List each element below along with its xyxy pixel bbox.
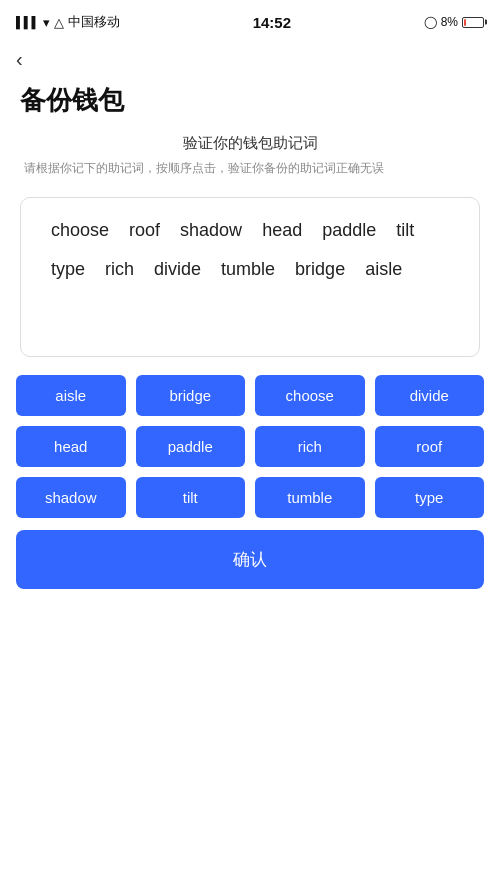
word-button-aisle[interactable]: aisle (16, 375, 126, 416)
displayed-word: shadow (170, 216, 252, 245)
battery-percent: 8% (441, 15, 458, 29)
displayed-word: paddle (312, 216, 386, 245)
status-left: ▌▌▌ ▾ △ 中国移动 (16, 13, 120, 31)
word-button-divide[interactable]: divide (375, 375, 485, 416)
displayed-word: tilt (386, 216, 424, 245)
word-button-choose[interactable]: choose (255, 375, 365, 416)
word-button-tilt[interactable]: tilt (136, 477, 246, 518)
signal-icon: ▌▌▌ (16, 16, 39, 28)
carrier-label: 中国移动 (68, 13, 120, 31)
wifi-icon: ▾ △ (43, 15, 64, 30)
word-button-tumble[interactable]: tumble (255, 477, 365, 518)
displayed-word: head (252, 216, 312, 245)
displayed-word: tumble (211, 255, 285, 284)
displayed-word: bridge (285, 255, 355, 284)
subtitle-desc: 请根据你记下的助记词，按顺序点击，验证你备份的助记词正确无误 (20, 159, 480, 177)
displayed-word: divide (144, 255, 211, 284)
word-button-rich[interactable]: rich (255, 426, 365, 467)
back-button[interactable]: ‹ (0, 40, 500, 75)
back-arrow-icon: ‹ (16, 48, 23, 71)
confirm-button[interactable]: 确认 (16, 530, 484, 589)
displayed-word: choose (41, 216, 119, 245)
page-title: 备份钱包 (0, 75, 500, 134)
subtitle-section: 验证你的钱包助记词 请根据你记下的助记词，按顺序点击，验证你备份的助记词正确无误 (0, 134, 500, 185)
displayed-word: aisle (355, 255, 412, 284)
word-button-head[interactable]: head (16, 426, 126, 467)
status-bar: ▌▌▌ ▾ △ 中国移动 14:52 ◯ 8% (0, 0, 500, 40)
word-button-roof[interactable]: roof (375, 426, 485, 467)
word-button-shadow[interactable]: shadow (16, 477, 126, 518)
word-button-bridge[interactable]: bridge (136, 375, 246, 416)
status-time: 14:52 (253, 14, 291, 31)
word-button-paddle[interactable]: paddle (136, 426, 246, 467)
subtitle-main: 验证你的钱包助记词 (20, 134, 480, 153)
word-buttons-grid: aislebridgechoosedivideheadpaddlerichroo… (16, 375, 484, 518)
satellite-icon: ◯ (424, 15, 437, 29)
displayed-word: roof (119, 216, 170, 245)
displayed-word: type (41, 255, 95, 284)
displayed-word: rich (95, 255, 144, 284)
battery-icon (462, 17, 484, 28)
word-button-type[interactable]: type (375, 477, 485, 518)
status-right: ◯ 8% (424, 15, 484, 29)
word-display-box: chooseroofshadowheadpaddletilttyperichdi… (20, 197, 480, 357)
